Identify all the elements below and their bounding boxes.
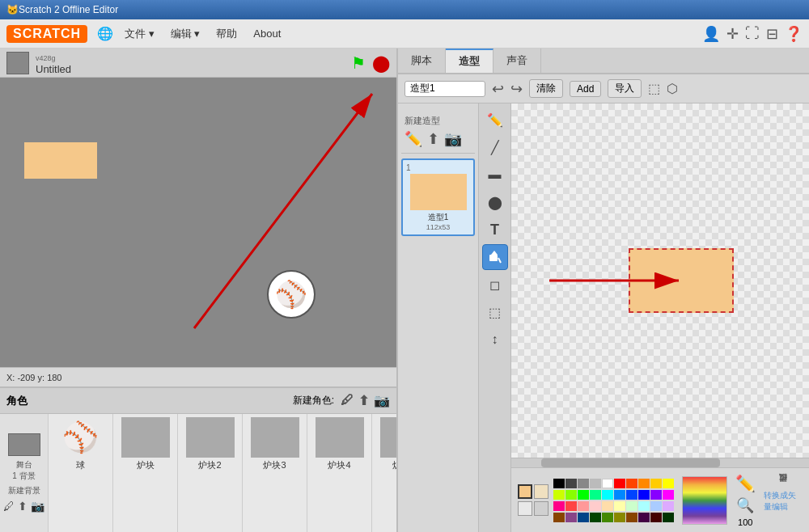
extra-swatch-1[interactable] bbox=[518, 501, 532, 516]
upload-sprite-icon[interactable]: ⬆ bbox=[358, 393, 369, 408]
color-rose-light[interactable] bbox=[590, 501, 601, 511]
user-icon[interactable]: 👤 bbox=[702, 25, 720, 43]
sprite-item-block5[interactable]: 炉块5 bbox=[372, 414, 396, 532]
pen-icon[interactable]: ✏️ bbox=[735, 474, 756, 493]
undo-button[interactable]: ↩ bbox=[492, 80, 504, 98]
color-black[interactable] bbox=[553, 479, 565, 488]
zoom-in-button[interactable]: 🔍 bbox=[736, 496, 754, 514]
color-blue[interactable] bbox=[626, 490, 637, 500]
color-navy[interactable] bbox=[578, 513, 589, 522]
sprite-item-ball[interactable]: ⚾ 球 bbox=[49, 414, 113, 532]
color-olive[interactable] bbox=[614, 513, 625, 522]
extra-icon1[interactable]: ⬚ bbox=[648, 81, 660, 96]
import-button[interactable]: 导入 bbox=[608, 79, 642, 98]
color-azure[interactable] bbox=[614, 490, 625, 500]
camera-costume-icon[interactable]: 📷 bbox=[444, 130, 462, 148]
color-dark-green[interactable] bbox=[590, 513, 601, 522]
extra-icon2[interactable]: ⬡ bbox=[667, 81, 678, 96]
circle-tool[interactable]: ⬤ bbox=[482, 189, 508, 215]
color-light-gray[interactable] bbox=[590, 479, 601, 488]
tab-sounds[interactable]: 声音 bbox=[493, 49, 541, 73]
stop-button[interactable]: ⬤ bbox=[372, 53, 390, 73]
vector-mode-button[interactable]: 转换成矢量编辑 bbox=[764, 490, 803, 513]
costume-thumb-1[interactable]: 1 造型1 112x53 bbox=[401, 158, 475, 236]
line-tool[interactable]: ╱ bbox=[482, 134, 508, 160]
color-dark-red[interactable] bbox=[650, 513, 662, 522]
color-brown[interactable] bbox=[553, 513, 565, 522]
color-pure-blue[interactable] bbox=[638, 490, 650, 500]
color-yellow[interactable] bbox=[663, 479, 674, 488]
compress-icon[interactable]: ⊟ bbox=[766, 25, 778, 43]
text-tool[interactable]: T bbox=[482, 217, 508, 243]
costume-name-input[interactable] bbox=[404, 81, 485, 97]
redo-button[interactable]: ↪ bbox=[510, 80, 523, 98]
color-dark-gray[interactable] bbox=[565, 479, 577, 488]
menu-edit[interactable]: 编辑 ▾ bbox=[163, 23, 209, 44]
drawing-area[interactable] bbox=[511, 103, 809, 458]
color-forest-green[interactable] bbox=[663, 513, 674, 522]
color-peach[interactable] bbox=[602, 501, 613, 511]
sprite-item-block1[interactable]: 炉块 bbox=[113, 414, 178, 532]
color-amber[interactable] bbox=[650, 479, 662, 488]
pencil-tool[interactable]: ✏️ bbox=[482, 107, 508, 133]
color-yellow-green[interactable] bbox=[553, 490, 565, 500]
fill-tool[interactable] bbox=[482, 244, 508, 270]
color-rose[interactable] bbox=[553, 501, 565, 511]
sprite-item-block3[interactable]: 炉块3 bbox=[243, 414, 307, 532]
select-tool[interactable]: ⬚ bbox=[482, 299, 508, 325]
color-magenta[interactable] bbox=[663, 490, 674, 500]
foreground-color-swatch[interactable] bbox=[518, 484, 532, 499]
clear-button[interactable]: 清除 bbox=[529, 79, 563, 98]
color-orange[interactable] bbox=[638, 479, 650, 488]
color-light-blue[interactable] bbox=[650, 501, 662, 511]
color-red[interactable] bbox=[614, 479, 625, 488]
expand-icon[interactable]: ⛶ bbox=[745, 25, 760, 42]
color-cyan[interactable] bbox=[602, 490, 613, 500]
add-icon[interactable]: ✛ bbox=[726, 25, 739, 43]
sprite-item-block2[interactable]: 炉块2 bbox=[178, 414, 243, 532]
color-white[interactable] bbox=[602, 479, 613, 488]
editor-scrollbar[interactable] bbox=[511, 458, 809, 467]
color-purple-dark[interactable] bbox=[565, 513, 577, 522]
color-salmon[interactable] bbox=[565, 501, 577, 511]
color-violet[interactable] bbox=[650, 490, 662, 500]
stage-area[interactable]: 舞台1 背景 新建背景 🖊 ⬆ 📷 bbox=[0, 414, 49, 532]
language-icon[interactable]: 🌐 bbox=[97, 26, 113, 41]
menu-help[interactable]: 帮助 bbox=[208, 23, 245, 44]
color-light-cyan[interactable] bbox=[638, 501, 650, 511]
color-olive-green[interactable] bbox=[602, 513, 613, 522]
paint-sprite-icon[interactable]: 🖊 bbox=[341, 393, 354, 408]
tab-costumes[interactable]: 造型 bbox=[446, 49, 493, 73]
color-mint[interactable] bbox=[626, 501, 637, 511]
sprites-list: 舞台1 背景 新建背景 🖊 ⬆ 📷 ⚾ 球 炉块 bbox=[0, 414, 396, 532]
help-icon[interactable]: ❓ bbox=[785, 25, 803, 43]
camera-bg-icon[interactable]: 📷 bbox=[31, 500, 44, 513]
color-lime[interactable] bbox=[565, 490, 577, 500]
color-spring-green[interactable] bbox=[590, 490, 601, 500]
upload-bg-icon[interactable]: ⬆ bbox=[18, 500, 28, 513]
green-flag-button[interactable]: ⚑ bbox=[351, 53, 366, 73]
rect-tool[interactable]: ▬ bbox=[482, 162, 508, 188]
color-green[interactable] bbox=[578, 490, 589, 500]
color-pink-light[interactable] bbox=[578, 501, 589, 511]
color-deep-purple[interactable] bbox=[638, 513, 650, 522]
color-dark-brown[interactable] bbox=[626, 513, 637, 522]
add-button[interactable]: Add bbox=[570, 81, 601, 97]
color-lavender[interactable] bbox=[663, 501, 674, 511]
color-cream[interactable] bbox=[614, 501, 625, 511]
extra-swatch-2[interactable] bbox=[534, 501, 549, 516]
background-color-swatch[interactable] bbox=[534, 484, 549, 499]
paint-bg-icon[interactable]: 🖊 bbox=[3, 500, 15, 513]
color-orange-red[interactable] bbox=[626, 479, 637, 488]
sprite-item-block4[interactable]: 炉块4 bbox=[307, 414, 372, 532]
tab-scripts[interactable]: 脚本 bbox=[398, 49, 446, 73]
cursor-tool[interactable]: ↕ bbox=[482, 327, 508, 353]
eraser-tool[interactable]: ◻ bbox=[482, 272, 508, 298]
menu-file[interactable]: 文件 ▾ bbox=[116, 23, 163, 44]
camera-sprite-icon[interactable]: 📷 bbox=[374, 393, 390, 408]
paint-costume-icon[interactable]: ✏️ bbox=[404, 130, 422, 148]
upload-costume-icon[interactable]: ⬆ bbox=[427, 130, 439, 148]
color-mid-gray[interactable] bbox=[578, 479, 589, 488]
menu-about[interactable]: About bbox=[245, 24, 289, 43]
rainbow-gradient[interactable] bbox=[682, 476, 727, 525]
